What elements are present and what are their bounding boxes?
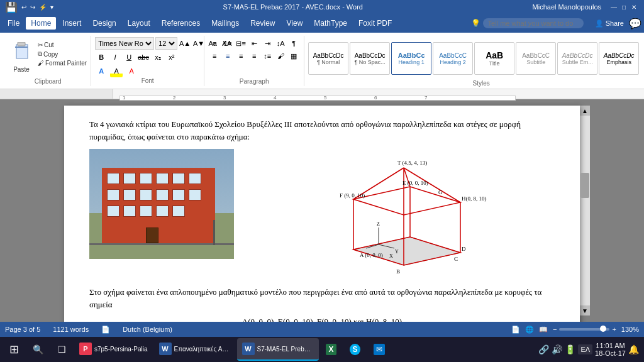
zoom-level: 130%	[621, 326, 639, 333]
taskbar-app-word1[interactable]: W Επαναληπτικές Ασ...	[154, 338, 236, 361]
task-view-button[interactable]: ❑	[50, 338, 73, 361]
menu-mailings[interactable]: Mailings	[206, 17, 244, 30]
status-bar: Page 3 of 5 1121 words 📄 Dutch (Belgium)…	[0, 322, 644, 337]
styles-scroll-up[interactable]: ▲	[641, 37, 644, 50]
paragraph-1: Τα 4 γωνιακά κτίρια του Ευρωπαϊκού Σχολε…	[89, 118, 555, 143]
menu-layout[interactable]: Layout	[123, 17, 155, 30]
style-heading1[interactable]: AaBbCc Heading 1	[391, 42, 431, 75]
clipboard-group: Paste ✂ Cut ⧉ Copy 🖌 Format Painter	[5, 36, 91, 86]
view-web-icon[interactable]: 🌐	[525, 326, 534, 334]
sort-btn[interactable]: ↕A	[274, 37, 287, 50]
page-info: Page 3 of 5	[5, 326, 40, 333]
comments-icon[interactable]: 💬	[629, 18, 641, 30]
style-emphasis[interactable]: AaBbCcDc Emphasis	[599, 42, 639, 75]
notification-icon[interactable]: 🔔	[628, 344, 639, 354]
scrollbar[interactable]: ▲ ▼	[580, 106, 590, 315]
taskbar-app-mail[interactable]: ✉	[368, 338, 391, 361]
taskbar-app-skype[interactable]: S	[344, 338, 367, 361]
menu-foxit[interactable]: Foxit PDF	[353, 17, 397, 30]
svg-rect-2	[15, 47, 28, 48]
doc-icon: 📄	[101, 326, 110, 334]
menu-design[interactable]: Design	[87, 17, 121, 30]
style-no-spacing[interactable]: AaBbCcDc ¶ No Spac...	[350, 42, 390, 75]
cut-button[interactable]: ✂ Cut	[36, 41, 88, 49]
document-page[interactable]: Τα 4 γωνιακά κτίρια του Ευρωπαϊκού Σχολε…	[64, 106, 580, 322]
format-painter-button[interactable]: 🖌 Format Painter	[36, 59, 88, 67]
borders-btn[interactable]: ▦	[287, 50, 300, 62]
minimize-btn[interactable]: —	[609, 2, 619, 12]
bold-button[interactable]: B	[95, 51, 108, 63]
decrease-font-btn[interactable]: A▼	[192, 37, 205, 50]
taskbar-app-word2[interactable]: W S7-MA5-EL Prebac...	[237, 338, 319, 361]
diagram-area: T (4.5, 4, 13) H(0, 8, 10) E (0, 0, 10) …	[247, 149, 555, 281]
styles-scroll-down[interactable]: ▼	[641, 52, 644, 65]
bullets-btn[interactable]: ≡	[208, 37, 221, 50]
svg-rect-1	[18, 42, 25, 46]
scissors-icon: ✂	[38, 41, 43, 48]
style-subtitle[interactable]: AaBbCcC Subtitle	[516, 42, 556, 75]
font-size-select[interactable]: 12	[155, 37, 177, 50]
maximize-btn[interactable]: □	[619, 2, 629, 12]
clipboard-actions: ✂ Cut ⧉ Copy 🖌 Format Painter	[36, 41, 88, 67]
highlight-btn[interactable]: A	[110, 65, 123, 77]
styles-expand[interactable]: ▾	[641, 67, 644, 80]
increase-indent-btn[interactable]: ⇥	[261, 37, 274, 50]
taskbar-app-excel[interactable]: X	[320, 338, 343, 361]
style-title[interactable]: AaB Title	[474, 42, 514, 75]
numbering-btn[interactable]: 1≡	[221, 37, 234, 50]
menu-file[interactable]: File	[3, 17, 25, 30]
font-name-select[interactable]: Times New Ro	[95, 37, 154, 50]
font-color-btn[interactable]: A	[125, 65, 138, 77]
menu-home[interactable]: Home	[26, 17, 56, 30]
svg-text:F (9, 0, 10): F (9, 0, 10)	[340, 192, 365, 199]
paste-button[interactable]: Paste	[8, 40, 35, 75]
italic-button[interactable]: I	[109, 51, 121, 63]
svg-text:A (0, 0, 0): A (0, 0, 0)	[360, 252, 383, 258]
superscript-button[interactable]: x²	[165, 51, 178, 63]
zoom-slider[interactable]	[559, 328, 609, 331]
svg-text:C: C	[454, 256, 458, 262]
style-normal[interactable]: AaBbCcDc ¶ Normal	[308, 42, 348, 75]
start-button[interactable]: ⊞	[3, 338, 25, 361]
line-spacing-btn[interactable]: ↕≡	[261, 50, 274, 62]
multilevel-btn[interactable]: ⊟≡	[235, 37, 247, 50]
show-formatting-btn[interactable]: ¶	[287, 37, 300, 50]
increase-font-btn[interactable]: A▲	[179, 37, 191, 50]
taskbar-app-s7p5[interactable]: P s7p5-Persina-Palia	[74, 338, 153, 361]
menu-mathtype[interactable]: MathType	[309, 17, 352, 30]
subscript-button[interactable]: x₂	[152, 51, 164, 63]
share-icon[interactable]: 👤 Share	[595, 19, 624, 28]
copy-button[interactable]: ⧉ Copy	[36, 50, 88, 58]
decrease-indent-btn[interactable]: ⇤	[248, 37, 260, 50]
menu-review[interactable]: Review	[245, 17, 280, 30]
view-print-icon[interactable]: 📄	[511, 326, 520, 334]
strikethrough-button[interactable]: abc	[136, 51, 150, 63]
font-label: Font	[95, 77, 200, 84]
align-left-btn[interactable]: ≡	[208, 50, 221, 62]
menu-insert[interactable]: Insert	[57, 17, 86, 30]
keyboard-lang[interactable]: ΕΛ	[578, 344, 592, 354]
align-right-btn[interactable]: ≡	[235, 50, 247, 62]
menu-references[interactable]: References	[157, 17, 205, 30]
zoom-in-icon[interactable]: +	[612, 326, 616, 333]
zoom-out-icon[interactable]: −	[553, 326, 557, 333]
justify-btn[interactable]: ≡	[248, 50, 260, 62]
text-effects-btn[interactable]: A	[95, 65, 108, 77]
underline-button[interactable]: U	[123, 51, 135, 63]
zoom-control[interactable]: − + 130%	[553, 326, 639, 333]
style-subtle-emphasis[interactable]: AaBbCcDc Subtle Em...	[557, 42, 597, 75]
shading-btn[interactable]: 🖌	[274, 50, 287, 62]
align-center-btn[interactable]: ≡	[221, 50, 234, 62]
clock-time: 11:01 AM	[595, 342, 626, 349]
close-btn[interactable]: ✕	[629, 2, 639, 12]
clipboard-label: Clipboard	[8, 77, 88, 85]
view-read-icon[interactable]: 📖	[539, 326, 548, 334]
word1-label: Επαναληπτικές Ασ...	[174, 346, 231, 353]
svg-text:D: D	[462, 246, 466, 252]
content-area: T (4.5, 4, 13) H(0, 8, 10) E (0, 0, 10) …	[89, 149, 555, 281]
style-heading2[interactable]: AaBbCcC Heading 2	[433, 42, 473, 75]
menu-view[interactable]: View	[282, 17, 308, 30]
lightbulb-icon: 💡	[471, 19, 480, 28]
search-button[interactable]: 🔍	[26, 338, 49, 361]
tell-me-input[interactable]	[483, 18, 584, 28]
